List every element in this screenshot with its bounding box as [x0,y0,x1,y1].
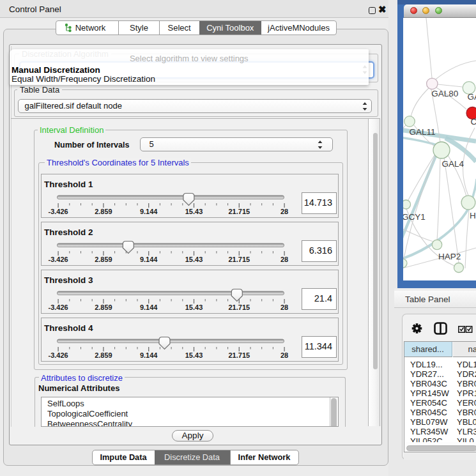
svg-text:2.859: 2.859 [95,207,112,215]
svg-text:GCY1: GCY1 [402,212,426,222]
svg-text:9.144: 9.144 [140,255,158,263]
svg-text:Threshold 3: Threshold 3 [44,275,93,285]
svg-text:21.715: 21.715 [228,255,250,263]
svg-text:-3.426: -3.426 [48,207,68,215]
svg-text:Threshold 4: Threshold 4 [44,323,93,333]
svg-text:28: 28 [280,351,288,358]
svg-text:28: 28 [280,303,288,311]
svg-text:H: H [470,211,476,220]
svg-text:15.43: 15.43 [185,207,203,215]
svg-text:GA: GA [468,92,476,102]
svg-text:21.715: 21.715 [228,207,250,215]
svg-text:9.144: 9.144 [140,351,158,358]
svg-text:GAL4: GAL4 [442,159,464,169]
svg-text:CA: CA [471,117,476,127]
svg-text:15.43: 15.43 [185,255,203,263]
svg-text:-3.426: -3.426 [48,351,68,358]
svg-text:2.859: 2.859 [95,303,112,311]
svg-text:GAL80: GAL80 [431,89,458,98]
svg-text:21.715: 21.715 [228,303,250,311]
svg-text:2.859: 2.859 [95,255,112,263]
svg-text:-3.426: -3.426 [48,255,68,263]
svg-text:-3.426: -3.426 [48,303,68,311]
svg-text:28: 28 [280,207,288,215]
svg-text:GAL11: GAL11 [410,127,436,137]
svg-text:21.715: 21.715 [228,351,250,358]
svg-text:Threshold 2: Threshold 2 [44,227,93,237]
svg-text:2.859: 2.859 [95,351,112,358]
svg-text:Threshold 1: Threshold 1 [44,180,93,189]
svg-text:15.43: 15.43 [185,303,203,311]
svg-text:28: 28 [280,255,288,263]
svg-text:9.144: 9.144 [140,303,158,311]
svg-text:9.144: 9.144 [140,207,158,215]
svg-text:15.43: 15.43 [185,351,203,358]
svg-text:HAP2: HAP2 [438,252,461,261]
